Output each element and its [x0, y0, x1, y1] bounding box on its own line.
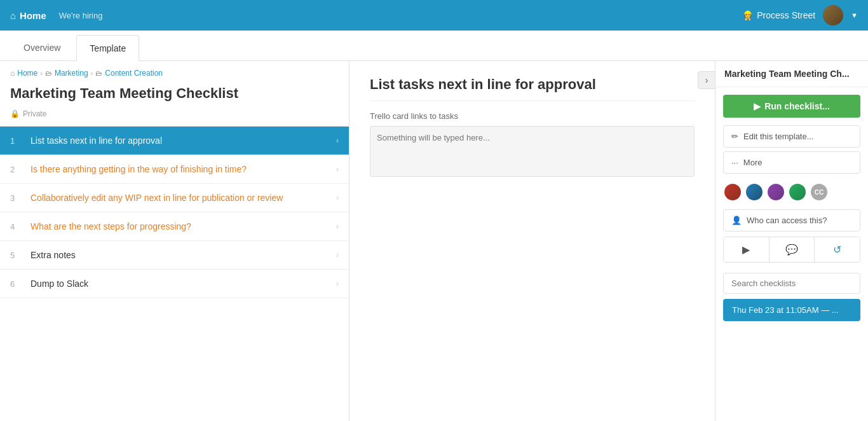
avatar-4: [788, 183, 807, 202]
private-text: Private: [23, 109, 46, 118]
home-icon: ⌂: [10, 10, 16, 21]
pencil-icon: ✏: [731, 132, 738, 141]
chevron-right-icon: ›: [336, 222, 339, 231]
play-icon: ▶: [754, 101, 761, 111]
avatars-row: CC: [715, 177, 868, 207]
task-item[interactable]: 2 Is there anything getting in the way o…: [0, 155, 349, 184]
chevron-right-icon: ‹: [336, 136, 339, 145]
brand-label: Process Street: [757, 10, 815, 20]
private-label: 🔒 Private: [0, 107, 349, 126]
task-number: 3: [10, 193, 23, 203]
home-link[interactable]: ⌂ Home: [10, 10, 46, 21]
dots-icon: ···: [731, 158, 738, 167]
chevron-right-icon: ›: [336, 251, 339, 259]
who-access-label: Who can access this?: [747, 216, 827, 225]
task-detail-title: List tasks next in line for approval: [370, 76, 695, 101]
folder-icon: 🗁: [45, 69, 52, 77]
comment-icon: 💬: [785, 244, 798, 256]
edit-template-button[interactable]: ✏ Edit this template...: [723, 125, 860, 148]
task-number: 5: [10, 251, 23, 260]
avatar-img: [823, 5, 843, 25]
edit-label: Edit this template...: [743, 132, 814, 141]
task-text: Extra notes: [31, 250, 336, 260]
top-navigation: ⌂ Home We're hiring 👷 Process Street ▼: [0, 0, 868, 31]
task-item[interactable]: 4 What are the next steps for progressin…: [0, 212, 349, 241]
task-item[interactable]: 1 List tasks next in line for approval ‹: [0, 127, 349, 155]
process-street-icon: 👷: [742, 10, 753, 20]
nav-left: ⌂ Home We're hiring: [10, 10, 102, 21]
user-avatar[interactable]: [823, 5, 843, 25]
task-item[interactable]: 3 Collaboratively edit any WIP next in l…: [0, 184, 349, 212]
breadcrumb: ⌂ Home › 🗁 Marketing › 🗁 Content Creatio…: [0, 61, 349, 83]
task-text: Dump to Slack: [31, 279, 336, 289]
more-label: More: [743, 158, 763, 167]
more-button[interactable]: ··· More: [723, 151, 860, 174]
breadcrumb-home[interactable]: Home: [17, 69, 37, 78]
avatar-cc: CC: [810, 183, 829, 202]
breadcrumb-sep-2: ›: [91, 69, 93, 77]
run-label: Run checklist...: [764, 101, 830, 111]
home-icon: ⌂: [10, 69, 15, 78]
chevron-down-icon[interactable]: ▼: [851, 11, 858, 19]
task-text: List tasks next in line for approval: [31, 135, 336, 146]
comment-button[interactable]: 💬: [770, 237, 815, 262]
run-checklist-button[interactable]: ▶ Run checklist...: [723, 95, 860, 118]
task-text: Collaboratively edit any WIP next in lin…: [31, 193, 336, 203]
tab-template[interactable]: Template: [76, 35, 139, 61]
breadcrumb-content-creation[interactable]: Content Creation: [105, 69, 163, 78]
main-layout: ⌂ Home › 🗁 Marketing › 🗁 Content Creatio…: [0, 61, 868, 421]
tab-overview[interactable]: Overview: [10, 34, 74, 60]
person-icon: 👤: [731, 216, 742, 225]
task-number: 1: [10, 136, 23, 146]
task-number: 2: [10, 165, 23, 174]
left-panel: ⌂ Home › 🗁 Marketing › 🗁 Content Creatio…: [0, 61, 349, 421]
avatar-2: [745, 183, 764, 202]
refresh-icon: ↺: [833, 244, 841, 256]
task-list: 1 List tasks next in line for approval ‹…: [0, 126, 349, 298]
hiring-link[interactable]: We're hiring: [59, 11, 103, 20]
trello-links-input[interactable]: [370, 126, 695, 177]
who-access-button[interactable]: 👤 Who can access this?: [723, 209, 860, 231]
avatar-1: [723, 183, 742, 202]
field-label: Trello card links to tasks: [370, 111, 695, 121]
chevron-right-icon: ›: [336, 193, 339, 202]
chevron-right-icon: ›: [336, 165, 339, 174]
task-text: Is there anything getting in the way of …: [31, 164, 336, 174]
breadcrumb-sep-1: ›: [40, 69, 43, 77]
date-banner: Thu Feb 23 at 11:05AM — ...: [723, 299, 860, 321]
task-number: 6: [10, 279, 23, 289]
right-panel: Marketing Team Meeting Ch... ▶ Run check…: [715, 61, 868, 421]
collapse-panel-button[interactable]: ›: [698, 71, 715, 89]
action-icon-row: ▶ 💬 ↺: [723, 237, 860, 263]
brand-link[interactable]: 👷 Process Street: [742, 10, 815, 20]
middle-panel: › List tasks next in line for approval T…: [349, 61, 715, 421]
refresh-button[interactable]: ↺: [815, 237, 860, 262]
task-number: 4: [10, 222, 23, 231]
tabs-bar: Overview Template: [0, 31, 868, 61]
home-label: Home: [20, 10, 46, 21]
chevron-right-icon: ›: [336, 279, 339, 288]
task-item[interactable]: 6 Dump to Slack ›: [0, 270, 349, 298]
folder-icon-2: 🗁: [95, 69, 102, 77]
play-action-button[interactable]: ▶: [724, 237, 770, 262]
avatar-3: [766, 183, 785, 202]
breadcrumb-marketing[interactable]: Marketing: [55, 69, 88, 78]
search-checklists-input[interactable]: [723, 273, 860, 294]
task-item[interactable]: 5 Extra notes ›: [0, 241, 349, 270]
nav-right: 👷 Process Street ▼: [742, 5, 858, 25]
task-text: What are the next steps for progressing?: [31, 221, 336, 231]
play-icon: ▶: [742, 244, 750, 256]
right-panel-title: Marketing Team Meeting Ch...: [715, 61, 868, 87]
checklist-title: Marketing Team Meeting Checklist: [0, 83, 349, 107]
lock-icon: 🔒: [10, 109, 20, 118]
